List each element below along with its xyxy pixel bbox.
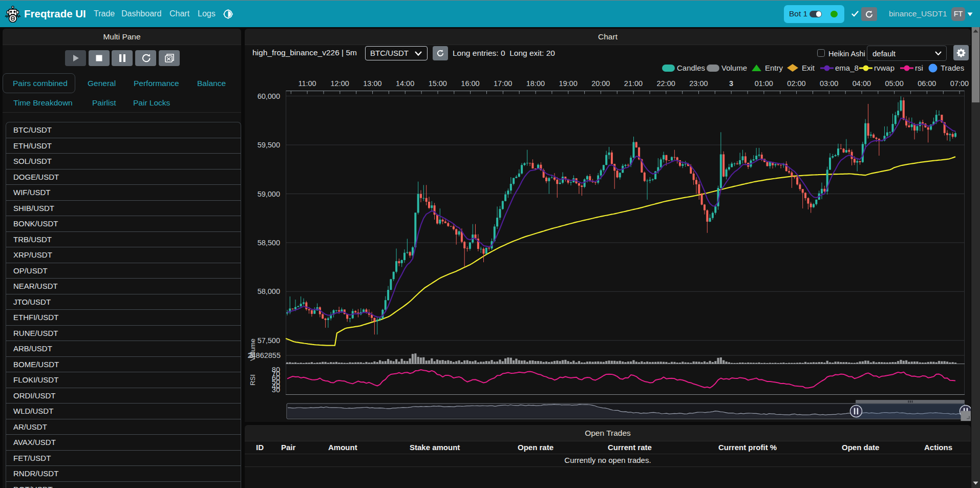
svg-text:30: 30	[272, 386, 280, 394]
svg-text:rsi: rsi	[915, 63, 923, 72]
svg-text:07:00: 07:00	[950, 79, 969, 88]
svg-text:Exit: Exit	[802, 63, 815, 72]
svg-text:01:00: 01:00	[755, 79, 773, 88]
svg-text:ema_8: ema_8	[835, 63, 859, 72]
svg-text:23:00: 23:00	[689, 79, 708, 88]
svg-text:59,500: 59,500	[258, 141, 280, 149]
svg-text:21:00: 21:00	[624, 79, 643, 88]
svg-text:15:00: 15:00	[429, 79, 447, 88]
svg-text:13:00: 13:00	[363, 79, 381, 88]
svg-text:RSI: RSI	[249, 374, 257, 386]
svg-text:18:00: 18:00	[526, 79, 545, 88]
svg-text:59,000: 59,000	[258, 190, 280, 198]
svg-text:14:00: 14:00	[396, 79, 414, 88]
svg-text:17:00: 17:00	[494, 79, 512, 88]
svg-text:22:00: 22:00	[657, 79, 675, 88]
svg-text:05:00: 05:00	[885, 79, 903, 88]
svg-text:Trades: Trades	[941, 63, 964, 72]
svg-text:19:00: 19:00	[559, 79, 577, 88]
svg-text:2: 2	[249, 351, 253, 359]
svg-text:58,500: 58,500	[258, 239, 280, 247]
svg-text:11:00: 11:00	[298, 79, 316, 88]
svg-text:20:00: 20:00	[591, 79, 610, 88]
svg-text:3: 3	[729, 79, 733, 88]
svg-text:03:00: 03:00	[820, 79, 838, 88]
svg-text:16:00: 16:00	[461, 79, 479, 88]
svg-text:06:00: 06:00	[918, 79, 936, 88]
svg-text:58,000: 58,000	[258, 287, 280, 295]
svg-text:04:00: 04:00	[853, 79, 871, 88]
svg-text:rvwap: rvwap	[874, 63, 894, 72]
svg-text:Candles: Candles	[677, 63, 705, 72]
svg-text:12:00: 12:00	[331, 79, 349, 88]
svg-text:02:00: 02:00	[787, 79, 805, 88]
svg-text:Volume: Volume	[721, 63, 747, 72]
svg-text:57,500: 57,500	[258, 336, 280, 345]
svg-text:Entry: Entry	[765, 63, 783, 72]
svg-text:60,000: 60,000	[258, 92, 280, 100]
